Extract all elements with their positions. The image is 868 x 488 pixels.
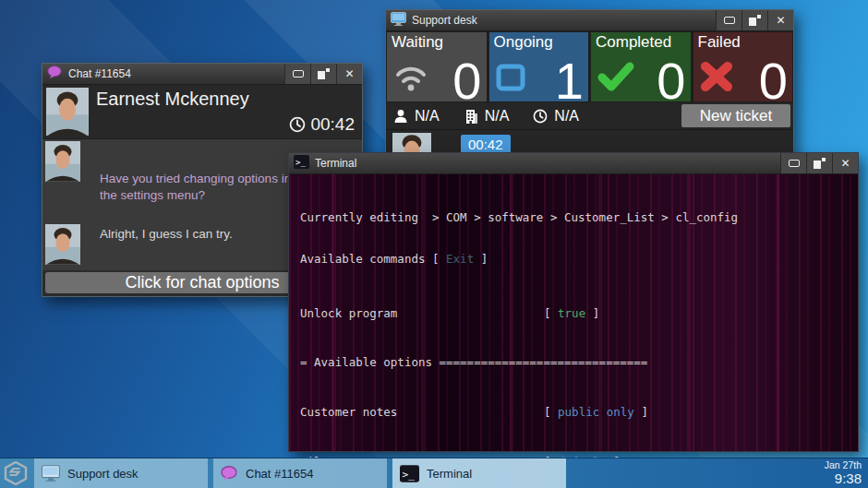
bracket: ] xyxy=(585,306,599,320)
chat-bubble-icon xyxy=(47,65,63,83)
close-button[interactable]: ✕ xyxy=(767,10,793,30)
taskbar-item-label: Support desk xyxy=(67,467,139,481)
message-avatar xyxy=(45,224,80,265)
taskbar-item-chat[interactable]: Chat #11654 xyxy=(213,458,387,488)
taskbar-date: Jan 27th xyxy=(825,459,862,470)
option-label: Customer notes xyxy=(300,405,544,419)
popout-icon xyxy=(318,68,330,79)
chat-window-title: Chat #11654 xyxy=(68,67,284,80)
taskbar-item-support-desk[interactable]: Support desk xyxy=(34,458,208,488)
monitor-icon xyxy=(391,12,406,30)
popout-button[interactable] xyxy=(310,64,336,84)
available-commands-label: Available commands xyxy=(300,252,425,266)
chat-titlebar[interactable]: Chat #11654 ✕ xyxy=(42,64,362,85)
svg-text:>_: >_ xyxy=(295,158,306,167)
taskbar-item-terminal[interactable]: >_ Terminal xyxy=(392,458,566,488)
stat-value: 0 xyxy=(452,55,481,101)
terminal-window-title: Terminal xyxy=(315,157,780,170)
support-desk-window: Support desk ✕ Waiting 0 Ongoing 1 xyxy=(385,9,794,166)
chat-message: Alright, I guess I can try. xyxy=(100,226,310,243)
terminal-unlock-row: Unlock program[ true ] xyxy=(300,306,847,320)
customer-avatar xyxy=(46,88,89,136)
chat-message: Have you tried changing options in the s… xyxy=(100,171,310,203)
taskbar: Support desk Chat #11654 >_ Terminal Jan… xyxy=(0,458,868,488)
popout-icon xyxy=(749,15,761,26)
clock-icon xyxy=(289,116,306,133)
svg-text:>_: >_ xyxy=(402,468,415,480)
info-company: N/A xyxy=(464,108,510,125)
stat-tile-completed: Completed 0 xyxy=(591,32,691,101)
minimize-button[interactable] xyxy=(780,153,806,173)
chat-bubble-icon xyxy=(221,466,238,482)
info-customer: N/A xyxy=(393,108,440,125)
stat-tile-ongoing: Ongoing 1 xyxy=(489,32,589,101)
bracket: [ xyxy=(544,306,558,320)
terminal-breadcrumb: Currently editing > COM > software > Cus… xyxy=(300,210,847,224)
start-logo[interactable] xyxy=(0,458,31,488)
stat-label: Ongoing xyxy=(494,33,553,52)
stat-label: Waiting xyxy=(392,33,443,52)
popout-button[interactable] xyxy=(806,153,832,173)
taskbar-clock[interactable]: Jan 27th 9:38 xyxy=(825,459,862,486)
minimize-icon xyxy=(293,70,304,77)
popout-icon xyxy=(814,158,826,169)
exit-command[interactable]: Exit xyxy=(446,252,474,266)
ticket-stats-row: Waiting 0 Ongoing 1 Completed 0 xyxy=(386,31,793,102)
bracket: [ xyxy=(544,405,558,419)
customer-name: Earnest Mckenney xyxy=(96,89,249,110)
message-avatar xyxy=(45,141,80,182)
checkmark-icon xyxy=(597,62,634,95)
support-desk-window-title: Support desk xyxy=(412,14,716,27)
info-time: N/A xyxy=(533,108,579,125)
terminal-titlebar[interactable]: >_ Terminal ✕ xyxy=(289,153,858,174)
stat-value: 0 xyxy=(657,55,685,101)
stat-tile-waiting: Waiting 0 xyxy=(387,32,487,101)
stat-value: 1 xyxy=(555,55,584,101)
taskbar-item-label: Chat #11654 xyxy=(246,467,314,481)
taskbar-time: 9:38 xyxy=(825,470,862,486)
minimize-button[interactable] xyxy=(284,64,310,84)
minimize-button[interactable] xyxy=(716,10,741,30)
info-company-value: N/A xyxy=(485,108,510,125)
terminal-icon: >_ xyxy=(294,155,309,173)
bracket: ] xyxy=(634,405,648,419)
minimize-icon xyxy=(789,160,800,167)
ticket-timer-badge: 00:42 xyxy=(461,135,511,154)
taskbar-item-label: Terminal xyxy=(427,467,472,481)
terminal-commands-line: Available commands [ Exit ] xyxy=(300,252,847,266)
stat-label: Failed xyxy=(698,33,741,52)
clock-icon xyxy=(533,109,548,124)
hexagon-s-logo-icon xyxy=(4,461,28,485)
chat-timer-value: 00:42 xyxy=(310,114,355,135)
close-button[interactable]: ✕ xyxy=(336,64,362,84)
info-customer-value: N/A xyxy=(415,108,440,125)
stat-label: Completed xyxy=(596,33,671,52)
bracket: ] xyxy=(474,252,488,266)
terminal-option-row: Customer notes[ public only ] xyxy=(300,405,847,419)
chat-timer: 00:42 xyxy=(289,114,355,135)
customer-notes-value[interactable]: public only xyxy=(558,405,634,419)
unlock-program-value[interactable]: true xyxy=(558,306,585,320)
new-ticket-button[interactable]: New ticket xyxy=(681,104,790,127)
desktop: Chat #11654 ✕ Earnest Mckenney 00:42 Hav… xyxy=(0,0,868,488)
stat-tile-failed: Failed 0 xyxy=(693,32,793,101)
terminal-icon: >_ xyxy=(400,465,419,482)
terminal-section-header: = Available options ====================… xyxy=(300,355,847,369)
cross-icon xyxy=(700,62,733,95)
stat-value: 0 xyxy=(759,55,788,101)
chat-header: Earnest Mckenney 00:42 xyxy=(42,85,362,139)
support-desk-titlebar[interactable]: Support desk ✕ xyxy=(386,10,793,31)
monitor-icon xyxy=(42,465,60,482)
terminal-output: Currently editing > COM > software > Cus… xyxy=(289,174,858,451)
close-button[interactable]: ✕ xyxy=(832,153,858,173)
terminal-window: >_ Terminal ✕ Currently editing > COM > … xyxy=(288,152,859,452)
minimize-icon xyxy=(724,17,735,24)
option-label: Unlock program xyxy=(300,306,544,320)
ticket-info-row: N/A N/A N/A New ticket xyxy=(386,102,793,129)
person-icon xyxy=(393,109,408,124)
wifi-icon xyxy=(393,64,428,95)
info-time-value: N/A xyxy=(554,108,579,125)
window-icon xyxy=(496,64,525,95)
bracket: [ xyxy=(432,252,446,266)
popout-button[interactable] xyxy=(741,10,767,30)
